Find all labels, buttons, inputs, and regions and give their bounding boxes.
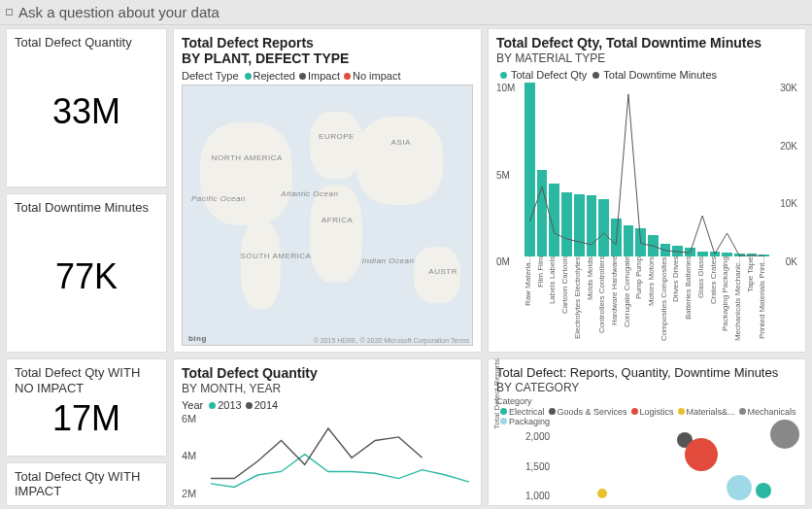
y-axis-right: 30K20K10K0K [770, 83, 797, 256]
combo-legend: Total Defect QtyTotal Downtime Minutes [496, 69, 797, 81]
y-axis: 6M4M2M [182, 413, 211, 499]
combo-chart: 10M5M0M 30K20K10K0K Raw Materia...Film F… [496, 83, 797, 346]
scatter-plot: Total Defect Reports 2,0001,5001,000 [496, 428, 797, 499]
kpi-with-impact[interactable]: Total Defect Qty WITH IMPACT [6, 462, 167, 506]
line-svg [211, 413, 469, 499]
kpi-total-downtime[interactable]: Total Downtime Minutes 77K [6, 193, 167, 353]
chart-subtitle: BY CATEGORY [496, 381, 797, 394]
qna-placeholder: Ask a question about your data [18, 4, 220, 20]
map-label: NORTH AMERICA [212, 153, 283, 162]
line-overlay [524, 83, 770, 256]
y-axis-left: 10M5M0M [496, 83, 524, 256]
map-label: EUROPE [319, 132, 355, 141]
kpi-value: 33M [15, 51, 158, 181]
plot-area [211, 413, 469, 499]
map-label: AFRICA [321, 216, 353, 224]
scatter-legend: Category ElectricalGoods & ServicesLogis… [496, 396, 797, 426]
y-axis-title: Total Defect Reports [496, 428, 510, 499]
map-label: ASIA [391, 138, 411, 147]
chart-title: Total Defect Qty, Total Downtime Minutes [496, 35, 797, 51]
legend-label: Defect Type [182, 70, 239, 82]
map-label: AUSTR [428, 267, 457, 276]
map-credit: © 2015 HERE, © 2020 Microsoft Corporatio… [314, 337, 469, 344]
legend-label: Year [182, 399, 203, 411]
bing-logo: bing [188, 334, 207, 343]
month-chart-tile[interactable]: Total Defect Quantity BY MONTH, YEAR Yea… [173, 358, 482, 506]
world-map[interactable]: NORTH AMERICA EUROPE ASIA AFRICA SOUTH A… [182, 85, 473, 346]
scatter-point[interactable] [685, 438, 718, 471]
map-legend: Defect Type RejectedImpactNo impact [182, 70, 473, 82]
x-axis: Raw Materia...Film FilmLabels LabelsCart… [524, 256, 770, 346]
scatter-tile[interactable]: Total Defect: Reports, Quantity, Downtim… [488, 358, 806, 506]
map-tile[interactable]: Total Defect Reports BY PLANT, DEFECT TY… [173, 28, 482, 353]
chart-title: Total Defect Reports [182, 35, 473, 51]
kpi-total-defect-qty[interactable]: Total Defect Quantity 33M [6, 28, 167, 187]
bottom-row: Total Defect Qty WITH NO IMPACT 17M Tota… [0, 356, 812, 509]
kpi-column-bottom: Total Defect Qty WITH NO IMPACT 17M Tota… [6, 358, 167, 506]
chart-title: Total Defect: Reports, Quantity, Downtim… [496, 365, 797, 380]
legend-label: Category [496, 396, 532, 406]
month-chart: 6M4M2M [182, 413, 473, 499]
month-legend: Year 20132014 [182, 399, 473, 411]
scatter-point[interactable] [756, 483, 771, 498]
chart-subtitle: BY PLANT, DEFECT TYPE [182, 51, 473, 66]
scatter-point[interactable] [597, 489, 607, 498]
qna-bar[interactable]: Ask a question about your data [0, 0, 812, 25]
kpi-column-top: Total Defect Quantity 33M Total Downtime… [6, 28, 167, 353]
top-row: Total Defect Quantity 33M Total Downtime… [0, 25, 812, 356]
plot-area [555, 428, 792, 499]
kpi-value: 17M [15, 395, 158, 450]
map-label: Indian Ocean [362, 256, 415, 265]
chart-subtitle: BY MATERIAL TYPE [496, 51, 797, 65]
kpi-value: 77K [15, 216, 158, 346]
chart-subtitle: BY MONTH, YEAR [182, 382, 473, 395]
qna-icon [6, 9, 13, 16]
map-label: Pacific Ocean [191, 194, 246, 203]
combo-chart-tile[interactable]: Total Defect Qty, Total Downtime Minutes… [488, 28, 806, 353]
map-label: SOUTH AMERICA [241, 252, 312, 260]
kpi-title: Total Downtime Minutes [15, 200, 158, 216]
chart-title: Total Defect Quantity [182, 365, 473, 381]
dashboard: Ask a question about your data Total Def… [0, 0, 812, 509]
kpi-title: Total Defect Qty WITH NO IMPACT [15, 365, 158, 395]
y-axis-ticks: 2,0001,5001,000 [525, 428, 555, 499]
kpi-no-impact[interactable]: Total Defect Qty WITH NO IMPACT 17M [6, 358, 167, 457]
kpi-title: Total Defect Quantity [15, 35, 158, 51]
scatter-point[interactable] [727, 475, 752, 500]
scatter-point[interactable] [770, 420, 799, 449]
map-label: Atlantic Ocean [281, 189, 338, 198]
kpi-title: Total Defect Qty WITH IMPACT [15, 469, 158, 499]
plot-area [524, 83, 770, 256]
